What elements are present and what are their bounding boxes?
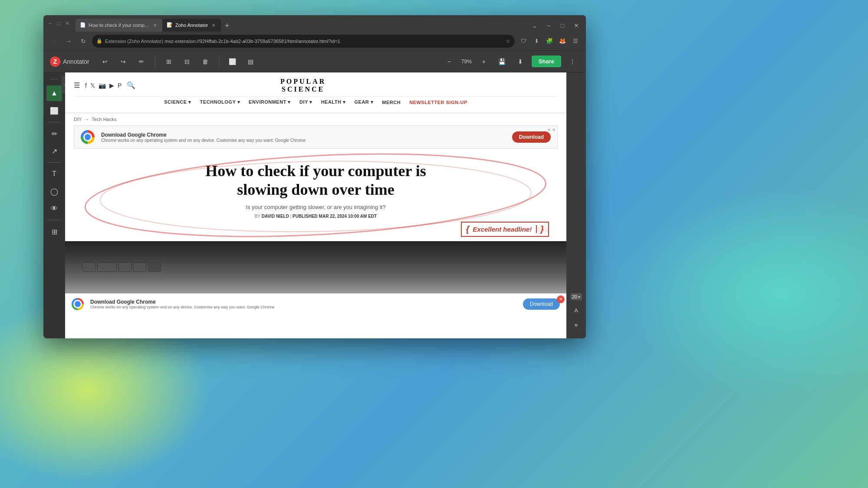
nav-newsletter[interactable]: NEWSLETTER SIGN-UP — [409, 100, 467, 105]
logo-icon: Z — [50, 56, 60, 67]
nav-gear[interactable]: GEAR ▾ — [355, 99, 374, 105]
facebook-icon[interactable]: f — [85, 82, 87, 89]
youtube-icon[interactable]: ▶ — [109, 82, 114, 89]
nav-diy[interactable]: DIY ▾ — [299, 99, 312, 105]
tab-1[interactable]: 📄 How to check if your compute ✕ — [76, 19, 162, 32]
format-controls: 20 ▾ A ≡ — [570, 293, 583, 335]
left-sidebar: ··· ▲ ⬜ ✏ ↗ T ◯ 👁 ⊞ ‹ — [43, 72, 65, 338]
more-options-button[interactable]: ⋮ — [566, 55, 579, 69]
nav-merch[interactable]: MERCH — [382, 100, 401, 105]
redo-button[interactable]: ↪ — [116, 55, 130, 69]
hamburger-icon[interactable]: ☰ — [74, 81, 80, 89]
bottom-ad-button[interactable]: Download — [523, 298, 560, 310]
minimize-button[interactable]: − — [47, 20, 53, 26]
crop-button[interactable]: ⊞ — [162, 55, 176, 69]
ad-close-button[interactable]: ✕ ✕ — [547, 128, 556, 132]
cursor-tool[interactable]: ▲ — [46, 85, 62, 101]
pen-button[interactable]: ✏ — [135, 55, 148, 69]
nav-technology[interactable]: TECHNOLOGY ▾ — [200, 99, 240, 105]
ps-article: Download Google Chrome Chrome works on a… — [65, 125, 566, 314]
bottom-ad-desc: Chrome works on any operating system and… — [90, 305, 516, 309]
close-button[interactable]: ✕ — [64, 20, 70, 26]
maximize-titlebar-button[interactable]: □ — [556, 20, 569, 32]
tabs-bar: 📄 How to check if your compute ✕ 📝 Zoho … — [76, 15, 582, 32]
separator-2 — [219, 56, 219, 68]
chrome-icon — [81, 130, 95, 144]
minimize-titlebar-button[interactable]: − — [542, 20, 555, 32]
firefox-icon[interactable]: 🦊 — [556, 35, 569, 47]
ad-banner-top: Download Google Chrome Chrome works on a… — [74, 125, 558, 149]
annotation-text-box[interactable]: { Excellent headline! } — [461, 222, 549, 237]
address-input-container[interactable]: 🔒 Extension (Zoho Annotator) moz-extensi… — [92, 35, 515, 48]
instagram-icon[interactable]: 📷 — [99, 82, 106, 89]
keyboard-keys — [82, 262, 161, 272]
separator-1 — [155, 56, 155, 68]
pinterest-icon[interactable]: P — [118, 82, 122, 89]
download-button[interactable]: ⬇ — [513, 55, 527, 69]
nav-health[interactable]: HEALTH ▾ — [321, 99, 346, 105]
uncrop-button[interactable]: ⊟ — [180, 55, 194, 69]
zoom-control: − 79% + — [442, 55, 491, 69]
ad-text: Download Google Chrome Chrome works on a… — [101, 132, 506, 143]
article-image — [65, 241, 566, 293]
tab-overflow-button[interactable]: ⌄ — [529, 20, 541, 32]
security-icon: 🔒 — [96, 38, 102, 44]
ad-download-button[interactable]: Download — [512, 131, 551, 143]
breadcrumb-diy[interactable]: DIY — [74, 117, 82, 122]
undo-button[interactable]: ↩ — [98, 55, 112, 69]
tab-2[interactable]: 📝 Zoho Annotator ✕ — [162, 19, 221, 32]
zoom-level: 79% — [458, 59, 475, 65]
menu-icon[interactable]: ☰ — [569, 35, 582, 47]
bottom-ad-close-button[interactable]: ✕ — [557, 295, 565, 303]
text-align-button[interactable]: ≡ — [570, 318, 583, 331]
search-icon[interactable]: 🔍 — [127, 81, 135, 89]
rectangle-tool[interactable]: ⬜ — [46, 103, 62, 118]
layers-button[interactable]: ▤ — [244, 55, 258, 69]
article-author[interactable]: DAVID NIELD — [262, 214, 289, 219]
back-button[interactable]: ← — [48, 35, 60, 47]
webpage: ☰ f 𝕏 📷 ▶ P 🔍 POPULAR — [65, 72, 566, 338]
tab-1-close[interactable]: ✕ — [152, 22, 158, 28]
forward-button[interactable]: → — [62, 35, 75, 47]
share-button[interactable]: Share — [532, 56, 561, 67]
font-size-control[interactable]: 20 ▾ — [570, 293, 582, 300]
shield-icon[interactable]: 🛡 — [517, 35, 529, 47]
bottom-ad-title: Download Google Chrome — [90, 299, 516, 305]
delete-button[interactable]: 🗑 — [198, 55, 212, 69]
nav-science[interactable]: SCIENCE ▾ — [164, 99, 191, 105]
font-size-dropdown[interactable]: ▾ — [578, 295, 580, 299]
text-color-button[interactable]: A — [570, 304, 583, 317]
zoom-minus-button[interactable]: − — [442, 55, 456, 69]
bookmark-star[interactable]: ☆ — [506, 38, 510, 44]
tab-2-close[interactable]: ✕ — [210, 22, 217, 28]
select-button[interactable]: ⬜ — [226, 55, 240, 69]
ps-top-nav: ☰ f 𝕏 📷 ▶ P 🔍 POPULAR — [74, 78, 558, 93]
crop-tool[interactable]: ⊞ — [46, 224, 62, 239]
pencil-tool[interactable]: ✏ — [46, 126, 62, 141]
downloads-icon[interactable]: ⬇ — [530, 35, 542, 47]
new-tab-button[interactable]: + — [221, 20, 233, 32]
annotator-toolbar: Z Annotator ↩ ↪ ✏ ⊞ ⊟ 🗑 ⬜ ▤ − 79% + 💾 ⬇ … — [43, 51, 586, 72]
twitter-icon[interactable]: 𝕏 — [90, 82, 95, 89]
text-tool[interactable]: T — [46, 166, 62, 182]
annotator-logo: Z Annotator — [50, 56, 89, 67]
article-headline: How to check if your computer isslowing … — [82, 162, 549, 199]
content-area: ··· ▲ ⬜ ✏ ↗ T ◯ 👁 ⊞ ‹ — [43, 72, 586, 338]
article-hero: How to check if your computer isslowing … — [65, 153, 566, 241]
nav-environment[interactable]: ENVIRONMENT ▾ — [249, 99, 291, 105]
arrow-tool[interactable]: ↗ — [46, 143, 62, 159]
shape-tool[interactable]: ◯ — [46, 183, 62, 199]
breadcrumb-tech-hacks[interactable]: Tech Hacks — [92, 117, 116, 122]
tab-2-title: Zoho Annotator — [175, 23, 208, 28]
site-logo: POPULAR SCIENCE — [280, 78, 326, 93]
mask-tool[interactable]: 👁 — [46, 201, 62, 216]
save-device-button[interactable]: 💾 — [495, 55, 509, 69]
sidebar-dots: ··· — [51, 76, 58, 82]
refresh-button[interactable]: ↻ — [77, 35, 89, 47]
close-titlebar-button[interactable]: ✕ — [570, 20, 582, 32]
extensions-icon[interactable]: 🧩 — [543, 35, 556, 47]
address-bar: ← → ↻ 🔒 Extension (Zoho Annotator) moz-e… — [43, 32, 586, 51]
maximize-button[interactable]: □ — [56, 20, 62, 26]
ps-header: ☰ f 𝕏 📷 ▶ P 🔍 POPULAR — [65, 72, 566, 113]
zoom-plus-button[interactable]: + — [477, 55, 491, 69]
